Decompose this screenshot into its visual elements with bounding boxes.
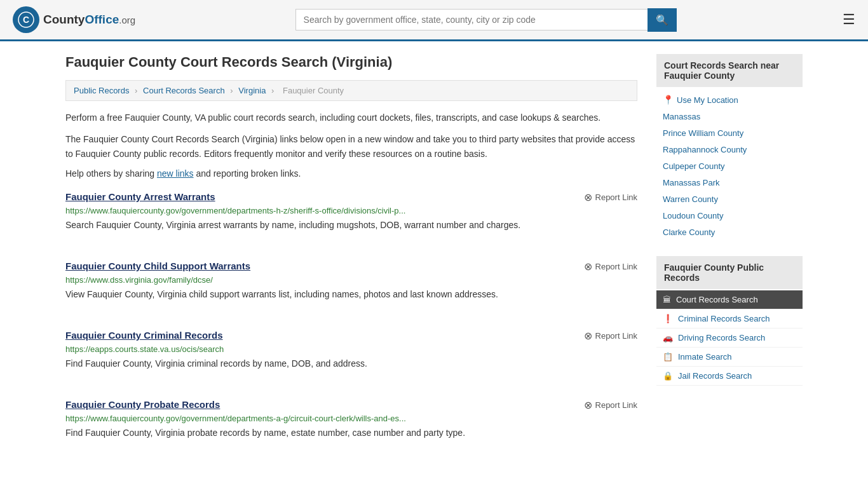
clarke-link[interactable]: Clarke County: [663, 227, 715, 237]
nearby-header: Court Records Search near Fauquier Count…: [656, 54, 803, 87]
nearby-section: Court Records Search near Fauquier Count…: [656, 54, 803, 243]
breadcrumb-virginia[interactable]: Virginia: [238, 86, 266, 95]
result-desc-3: Find Fauquier County, Virginia probate r…: [65, 426, 637, 440]
criminal-icon: ❗: [663, 314, 673, 323]
jail-records-link[interactable]: Jail Records Search: [678, 371, 752, 381]
public-records-header: Fauquier County Public Records: [656, 256, 803, 289]
result-title-0: Fauquier County Arrest Warrants ⊗ Report…: [65, 191, 637, 203]
svg-text:C: C: [23, 15, 29, 25]
pub-records-jail[interactable]: 🔒 Jail Records Search: [656, 367, 803, 386]
driving-records-link[interactable]: Driving Records Search: [678, 333, 765, 342]
result-title-2: Fauquier County Criminal Records ⊗ Repor…: [65, 330, 637, 342]
report-link-1[interactable]: ⊗ Report Link: [584, 261, 637, 273]
nearby-clarke[interactable]: Clarke County: [656, 224, 803, 240]
report-icon-0: ⊗: [584, 191, 592, 203]
nearby-loudoun[interactable]: Loudoun County: [656, 207, 803, 224]
criminal-records-link[interactable]: Criminal Records Search: [678, 314, 770, 323]
nearby-links: 📍 Use My Location Manassas Prince Willia…: [656, 88, 803, 243]
result-item-1: Fauquier County Child Support Warrants ⊗…: [65, 261, 637, 314]
search-button[interactable]: 🔍: [648, 8, 677, 32]
result-link-2[interactable]: Fauquier County Criminal Records: [65, 330, 223, 341]
report-link-3[interactable]: ⊗ Report Link: [584, 399, 637, 411]
culpeper-link[interactable]: Culpeper County: [663, 161, 725, 171]
result-item-0: Fauquier County Arrest Warrants ⊗ Report…: [65, 191, 637, 245]
results-container: Fauquier County Arrest Warrants ⊗ Report…: [65, 191, 637, 452]
breadcrumb-public-records[interactable]: Public Records: [74, 86, 129, 95]
search-area: 🔍: [295, 8, 677, 32]
new-links-link[interactable]: new links: [157, 168, 194, 179]
use-location-link[interactable]: 📍 Use My Location: [663, 95, 796, 105]
result-desc-1: View Fauquier County, Virginia child sup…: [65, 288, 637, 301]
result-item-2: Fauquier County Criminal Records ⊗ Repor…: [65, 330, 637, 383]
driving-icon: 🚗: [663, 333, 673, 342]
loudoun-link[interactable]: Loudoun County: [663, 211, 723, 220]
result-link-0[interactable]: Fauquier County Arrest Warrants: [65, 191, 215, 202]
manassas-link[interactable]: Manassas: [663, 112, 700, 121]
jail-icon: 🔒: [663, 371, 673, 381]
report-label-3: Report Link: [595, 400, 637, 410]
result-desc-2: Find Fauquier County, Virginia criminal …: [65, 357, 637, 370]
nearby-warren[interactable]: Warren County: [656, 191, 803, 207]
report-label-1: Report Link: [595, 262, 637, 271]
share-text: Help others by sharing new links and rep…: [65, 168, 637, 179]
breadcrumb: Public Records › Court Records Search › …: [65, 80, 637, 101]
report-link-2[interactable]: ⊗ Report Link: [584, 330, 637, 342]
content-area: Fauquier County Court Records Search (Vi…: [65, 54, 637, 468]
breadcrumb-current: Fauquier County: [283, 86, 344, 95]
result-link-3[interactable]: Fauquier County Probate Records: [65, 399, 220, 410]
intro-paragraph-1: Perform a free Fauquier County, VA publi…: [65, 111, 637, 125]
page-header: C CountyOffice.org 🔍 ☰: [0, 0, 868, 41]
public-records-section: Fauquier County Public Records 🏛 Court R…: [656, 256, 803, 386]
nearby-prince-william[interactable]: Prince William County: [656, 125, 803, 141]
pin-icon: 📍: [663, 95, 674, 105]
sidebar: Court Records Search near Fauquier Count…: [656, 54, 803, 468]
breadcrumb-sep-1: ›: [135, 86, 137, 95]
prince-william-link[interactable]: Prince William County: [663, 128, 743, 138]
nearby-culpeper[interactable]: Culpeper County: [656, 158, 803, 174]
intro-paragraph-2: The Fauquier County Court Records Search…: [65, 132, 637, 161]
result-item-3: Fauquier County Probate Records ⊗ Report…: [65, 399, 637, 452]
menu-button[interactable]: ☰: [843, 11, 855, 28]
inmate-search-link[interactable]: Inmate Search: [678, 352, 732, 362]
result-url-3: https://www.fauquiercounty.gov/governmen…: [65, 414, 637, 423]
use-location-label: Use My Location: [677, 95, 738, 105]
pub-records-inmate[interactable]: 📋 Inmate Search: [656, 348, 803, 367]
warren-link[interactable]: Warren County: [663, 194, 718, 204]
use-location-item[interactable]: 📍 Use My Location: [656, 92, 803, 108]
report-label-0: Report Link: [595, 193, 637, 202]
share-prefix: Help others by sharing: [65, 168, 157, 179]
nearby-manassas[interactable]: Manassas: [656, 108, 803, 125]
result-desc-0: Search Fauquier County, Virginia arrest …: [65, 219, 637, 232]
result-url-1: https://www.dss.virginia.gov/family/dcse…: [65, 275, 637, 285]
report-icon-2: ⊗: [584, 330, 592, 342]
breadcrumb-sep-2: ›: [230, 86, 233, 95]
report-label-2: Report Link: [595, 331, 637, 341]
court-icon: 🏛: [663, 295, 671, 304]
logo-text: CountyOffice.org: [43, 13, 135, 27]
inmate-icon: 📋: [663, 352, 673, 362]
page-title: Fauquier County Court Records Search (Vi…: [65, 54, 637, 71]
main-container: Fauquier County Court Records Search (Vi…: [53, 41, 815, 481]
result-title-3: Fauquier County Probate Records ⊗ Report…: [65, 399, 637, 411]
hamburger-icon: ☰: [843, 11, 855, 27]
report-icon-3: ⊗: [584, 399, 592, 411]
pub-records-court[interactable]: 🏛 Court Records Search: [656, 290, 803, 309]
result-link-1[interactable]: Fauquier County Child Support Warrants: [65, 261, 250, 271]
manassas-park-link[interactable]: Manassas Park: [663, 178, 720, 187]
logo-icon: C: [13, 6, 39, 33]
pub-records-criminal[interactable]: ❗ Criminal Records Search: [656, 309, 803, 329]
result-url-0: https://www.fauquiercounty.gov/governmen…: [65, 206, 637, 215]
report-icon-1: ⊗: [584, 261, 592, 273]
court-records-link[interactable]: Court Records Search: [676, 295, 758, 304]
report-link-0[interactable]: ⊗ Report Link: [584, 191, 637, 203]
logo-area: C CountyOffice.org: [13, 6, 135, 33]
nearby-rappahannock[interactable]: Rappahannock County: [656, 141, 803, 158]
pub-records-driving[interactable]: 🚗 Driving Records Search: [656, 329, 803, 348]
share-suffix: and reporting broken links.: [194, 168, 301, 179]
breadcrumb-court-records[interactable]: Court Records Search: [143, 86, 225, 95]
nearby-manassas-park[interactable]: Manassas Park: [656, 174, 803, 191]
search-input[interactable]: [295, 9, 648, 30]
breadcrumb-sep-3: ›: [271, 86, 274, 95]
rappahannock-link[interactable]: Rappahannock County: [663, 145, 747, 154]
public-records-list: 🏛 Court Records Search ❗ Criminal Record…: [656, 290, 803, 386]
